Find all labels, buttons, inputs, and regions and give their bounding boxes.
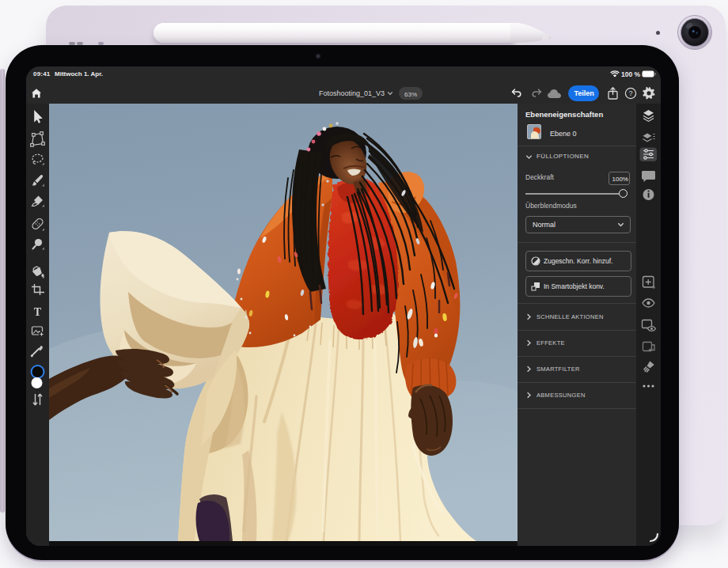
svg-text:T: T: [34, 306, 42, 318]
svg-text:?: ?: [628, 89, 632, 97]
